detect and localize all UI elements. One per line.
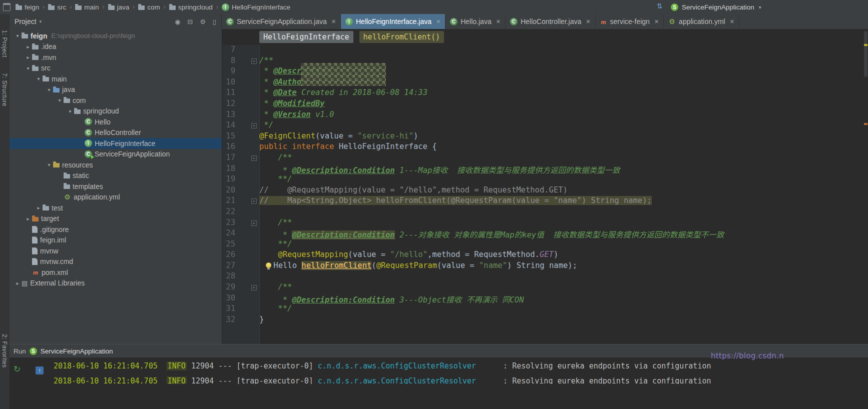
expand-arrow-icon[interactable]: ▾ bbox=[45, 162, 53, 168]
warning-mark[interactable] bbox=[864, 44, 867, 46]
expand-arrow-icon[interactable]: ▸ bbox=[35, 205, 43, 210]
code-line-15[interactable]: 15@FeignClient(value = "service-hi") bbox=[222, 132, 863, 142]
locate-icon[interactable]: ◉ bbox=[175, 18, 180, 26]
scrollbar-thumb[interactable] bbox=[864, 31, 867, 77]
hide-panel-icon[interactable]: ▯ bbox=[213, 18, 216, 26]
expand-arrow-icon[interactable]: ▾ bbox=[35, 76, 43, 82]
close-tab-icon[interactable]: ✕ bbox=[496, 18, 501, 25]
scroll-up-icon[interactable]: ↑ bbox=[36, 366, 44, 374]
tab-service-feign[interactable]: mservice-feign✕ bbox=[596, 14, 664, 29]
tree-item-pom.xml[interactable]: mpom.xml bbox=[10, 267, 222, 278]
code-line-18[interactable]: 18 * @Description:Condition 1---Map接收 接收… bbox=[222, 164, 863, 175]
crumb-feign[interactable]: feign bbox=[15, 4, 40, 11]
fold-marker-icon[interactable]: − bbox=[251, 220, 257, 226]
fold-marker-icon[interactable]: − bbox=[251, 123, 257, 128]
tree-item-.idea[interactable]: ▸.idea bbox=[10, 42, 222, 52]
tool-button-favorites[interactable]: 2: Favorites bbox=[1, 334, 8, 368]
tab-application.yml[interactable]: ⚙application.yml✕ bbox=[664, 14, 739, 29]
code-line-22[interactable]: 22 bbox=[222, 207, 863, 218]
crumb-HelloFeignInterface[interactable]: IHelloFeignInterface bbox=[221, 4, 291, 11]
code-line-32[interactable]: 32} bbox=[222, 315, 863, 326]
code-line-24[interactable]: 24 * @Description:Condition 2---对象接收 对象的… bbox=[222, 228, 863, 240]
breadcrumb-chip-class[interactable]: HelloFeignInterface bbox=[259, 31, 353, 43]
tree-item-application.yml[interactable]: ⚙application.yml bbox=[10, 192, 222, 203]
code-line-31[interactable]: 31 **/ bbox=[222, 304, 863, 315]
crumb-java[interactable]: java bbox=[107, 4, 131, 11]
code-line-11[interactable]: 11 * @Date Created in 2018-06-08 14:33 bbox=[222, 88, 863, 99]
tree-item-springcloud[interactable]: ▾springcloud bbox=[10, 106, 222, 117]
tree-item-feign[interactable]: ▾feignE:\springboot-cloud-pro\feign bbox=[10, 30, 222, 42]
code-line-14[interactable]: 14− */ bbox=[222, 120, 863, 132]
code-line-29[interactable]: 29− /** bbox=[222, 282, 863, 294]
code-line-28[interactable]: 28 bbox=[222, 272, 863, 282]
expand-arrow-icon[interactable]: ▾ bbox=[24, 66, 32, 71]
tree-item-ServiceFeignApplication[interactable]: CServiceFeignApplication bbox=[10, 149, 222, 160]
fold-marker-icon[interactable]: − bbox=[251, 156, 257, 161]
tool-button-structure[interactable]: 7: Structure bbox=[1, 73, 8, 106]
code-line-20[interactable]: 20// @RequestMapping(value = "/hello",me… bbox=[222, 186, 863, 196]
code-line-7[interactable]: 7 bbox=[222, 45, 863, 56]
close-tab-icon[interactable]: ✕ bbox=[586, 18, 590, 25]
code-line-23[interactable]: 23− /** bbox=[222, 218, 863, 229]
project-panel-title[interactable]: Project bbox=[15, 18, 37, 26]
tree-item-main[interactable]: ▾main bbox=[10, 74, 222, 84]
expand-arrow-icon[interactable]: ▾ bbox=[56, 98, 64, 103]
tree-item-HelloController[interactable]: CHelloController bbox=[10, 128, 222, 138]
chevron-down-icon[interactable]: ▾ bbox=[40, 19, 42, 24]
tree-item-test[interactable]: ▸test bbox=[10, 202, 222, 214]
expand-arrow-icon[interactable]: ▸ bbox=[24, 216, 32, 222]
code-line-21[interactable]: 21−// Map<String,Object> helloFromClient… bbox=[222, 196, 863, 207]
tree-item-HelloFeignInterface[interactable]: IHelloFeignInterface bbox=[10, 138, 222, 149]
expand-arrow-icon[interactable]: ▾ bbox=[66, 108, 74, 114]
tree-item-target[interactable]: ▸target bbox=[10, 214, 222, 224]
tree-item-resources[interactable]: ▾resources bbox=[10, 160, 222, 170]
tab-ServiceFeignApplication.java[interactable]: CServiceFeignApplication.java✕ bbox=[222, 14, 341, 29]
code-line-30[interactable]: 30 * @Description:Condition 3---Object接收… bbox=[222, 294, 863, 304]
tree-item-.gitignore[interactable]: .gitignore bbox=[10, 224, 222, 235]
collapse-all-icon[interactable]: ⊟ bbox=[187, 18, 193, 26]
tree-item-Hello[interactable]: CHello bbox=[10, 116, 222, 128]
close-tab-icon[interactable]: ✕ bbox=[730, 18, 734, 25]
code-line-16[interactable]: 16public interface HelloFeignInterface { bbox=[222, 142, 863, 153]
expand-arrow-icon[interactable]: ▾ bbox=[14, 33, 22, 38]
fold-marker-icon[interactable]: − bbox=[251, 58, 257, 64]
expand-arrow-icon[interactable]: ▸ bbox=[24, 54, 32, 60]
tree-item-.mvn[interactable]: ▸.mvn bbox=[10, 52, 222, 63]
close-tab-icon[interactable]: ✕ bbox=[331, 18, 336, 25]
tool-button-project[interactable]: 1: Project bbox=[1, 30, 8, 58]
vcs-update-arrows-icon[interactable]: ⇅ bbox=[657, 2, 663, 10]
code-line-12[interactable]: 12 * @ModifiedBy bbox=[222, 99, 863, 110]
code-line-25[interactable]: 25 **/ bbox=[222, 240, 863, 250]
tree-item-static[interactable]: static bbox=[10, 170, 222, 182]
run-config-selector[interactable]: S ServiceFeignApplication ▾ bbox=[671, 0, 761, 14]
breadcrumb-chip-method[interactable]: helloFromClient() bbox=[359, 31, 445, 43]
code-line-13[interactable]: 13 * @Version v1.0 bbox=[222, 110, 863, 121]
fold-marker-icon[interactable]: − bbox=[251, 285, 257, 290]
expand-arrow-icon[interactable]: ▸ bbox=[14, 280, 22, 286]
crumb-springcloud[interactable]: springcloud bbox=[168, 4, 214, 11]
code-line-26[interactable]: 26 @RequestMapping(value = "/hello",meth… bbox=[222, 250, 863, 261]
fold-marker-icon[interactable]: − bbox=[251, 198, 257, 204]
expand-arrow-icon[interactable]: ▾ bbox=[45, 87, 53, 92]
tree-item-External Libraries[interactable]: ▸▤External Libraries bbox=[10, 278, 222, 289]
code-line-19[interactable]: 19 **/ bbox=[222, 174, 863, 186]
tab-HelloFeignInterface.java[interactable]: IHelloFeignInterface.java✕ bbox=[341, 14, 446, 29]
tab-HelloController.java[interactable]: CHelloController.java✕ bbox=[506, 14, 596, 29]
rerun-icon[interactable]: ↻ bbox=[14, 366, 21, 374]
tree-item-com[interactable]: ▾com bbox=[10, 95, 222, 106]
tree-item-src[interactable]: ▾src bbox=[10, 63, 222, 74]
settings-gear-icon[interactable]: ⚙ bbox=[200, 18, 206, 26]
code-line-17[interactable]: 17− /** bbox=[222, 153, 863, 164]
code-line-27[interactable]: 27 Hello helloFromClient(@RequestParam(v… bbox=[222, 261, 863, 272]
crumb-main[interactable]: main bbox=[74, 4, 100, 11]
tab-Hello.java[interactable]: CHello.java✕ bbox=[446, 14, 506, 29]
tree-item-mvnw.cmd[interactable]: mvnw.cmd bbox=[10, 256, 222, 268]
close-tab-icon[interactable]: ✕ bbox=[654, 18, 659, 25]
tree-item-feign.iml[interactable]: feign.iml bbox=[10, 235, 222, 246]
close-tab-icon[interactable]: ✕ bbox=[436, 18, 441, 25]
intention-bulb-icon[interactable] bbox=[266, 262, 271, 268]
error-stripe[interactable] bbox=[863, 29, 868, 344]
tree-item-templates[interactable]: templates bbox=[10, 181, 222, 192]
expand-arrow-icon[interactable]: ▸ bbox=[24, 44, 32, 50]
tree-item-java[interactable]: ▾java bbox=[10, 84, 222, 96]
